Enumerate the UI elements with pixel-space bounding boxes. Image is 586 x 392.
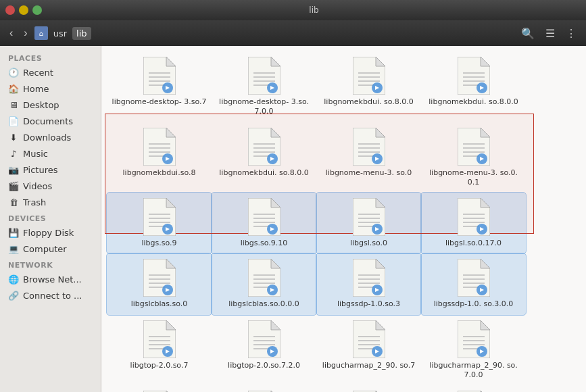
- sidebar-item-desktop[interactable]: 🖥 Desktop: [0, 97, 101, 113]
- sidebar-item-videos-label: Videos: [23, 181, 52, 191]
- file-name: libgtop-2.0.so.7.2.0: [228, 361, 300, 370]
- sidebar-item-home-label: Home: [23, 84, 49, 94]
- file-icon: [353, 320, 385, 358]
- desktop-icon: 🖥: [8, 99, 19, 110]
- file-item[interactable]: libgslcblas.so.0.0.0: [212, 253, 316, 314]
- file-item[interactable]: libguile-2.0. so.22.7.0: [212, 385, 316, 392]
- sidebar-item-desktop-label: Desktop: [23, 100, 59, 110]
- svg-marker-9: [271, 57, 280, 66]
- breadcrumb-lib[interactable]: lib: [72, 27, 91, 40]
- file-name: libgsl.so.0.17.0: [445, 239, 502, 248]
- window-controls: [5, 5, 42, 15]
- sidebar-item-music-label: Music: [23, 149, 48, 159]
- breadcrumb-home-icon[interactable]: ⌂: [34, 26, 48, 40]
- file-item[interactable]: libgnomekbdui. so.8.0.0: [212, 122, 316, 193]
- file-name: libgnome-desktop- 3.so.7.0.0: [217, 97, 312, 117]
- back-button[interactable]: ‹: [5, 24, 17, 42]
- file-item[interactable]: libgs.so.9.10: [212, 193, 316, 253]
- file-grid: libgnome-desktop- 3.so.7 libgnome-deskto…: [107, 51, 581, 392]
- file-item[interactable]: libguilereadline-v- 18.so: [316, 385, 421, 392]
- file-icon: [143, 198, 176, 236]
- maximize-button[interactable]: [32, 5, 42, 15]
- file-item[interactable]: libgslcblas.so.0: [107, 253, 212, 314]
- file-item[interactable]: libgssdp-1.0. so.3.0.0: [421, 253, 526, 314]
- sidebar: Places 🕐 Recent 🏠 Home 🖥 Desktop 📄 Docum…: [0, 46, 101, 392]
- file-item[interactable]: libgnome-menu-3. so.0.0.1: [421, 122, 526, 193]
- file-icon: [353, 259, 385, 297]
- file-item[interactable]: libguile-2.0.so.22: [107, 385, 212, 392]
- sidebar-item-pictures-label: Pictures: [23, 165, 57, 175]
- toolbar: ‹ › ⌂ usr lib 🔍 ☰ ⋮: [0, 20, 586, 46]
- file-icon: [143, 57, 176, 95]
- svg-marker-49: [376, 128, 385, 137]
- sidebar-item-recent[interactable]: 🕐 Recent: [0, 64, 101, 80]
- sidebar-item-connect-to[interactable]: 🔗 Connect to ...: [0, 287, 101, 303]
- sidebar-item-computer[interactable]: 💻 Computer: [0, 241, 101, 257]
- downloads-icon: ⬇: [8, 132, 19, 143]
- sidebar-item-home[interactable]: 🏠 Home: [0, 80, 101, 97]
- sidebar-item-documents-label: Documents: [23, 116, 73, 126]
- file-item[interactable]: libgs.so.9: [107, 193, 212, 253]
- file-item[interactable]: libgsl.so.0: [316, 193, 421, 253]
- file-item[interactable]: libgssdp-1.0.so.3: [316, 253, 421, 314]
- svg-marker-65: [166, 198, 176, 207]
- videos-icon: 🎬: [8, 180, 19, 191]
- close-button[interactable]: [5, 5, 15, 15]
- sidebar-item-downloads[interactable]: ⬇ Downloads: [0, 129, 101, 145]
- floppy-icon: 💾: [8, 227, 19, 238]
- breadcrumb-usr[interactable]: usr: [49, 27, 71, 40]
- file-icon: [248, 259, 280, 297]
- sidebar-item-pictures[interactable]: 📷 Pictures: [0, 162, 101, 178]
- svg-marker-121: [481, 259, 490, 268]
- file-item[interactable]: libgucharmap_2_90. so.7.0.0: [421, 315, 526, 386]
- svg-marker-25: [481, 57, 490, 66]
- file-icon: [458, 128, 490, 166]
- minimize-button[interactable]: [19, 5, 28, 15]
- sidebar-item-trash[interactable]: 🗑 Trash: [0, 194, 101, 210]
- file-item[interactable]: libgsl.so.0.17.0: [421, 193, 526, 253]
- menu-button[interactable]: ☰: [541, 24, 559, 43]
- sidebar-item-videos[interactable]: 🎬 Videos: [0, 178, 101, 194]
- svg-marker-137: [271, 320, 280, 330]
- svg-marker-145: [376, 320, 385, 330]
- file-name: libgsl.so.0: [350, 239, 387, 248]
- file-item[interactable]: libgtop-2.0.so.7.2.0: [212, 315, 316, 386]
- file-item[interactable]: libgnomekbdui. so.8.0.0: [421, 51, 526, 122]
- file-icon: [248, 198, 280, 236]
- documents-icon: 📄: [8, 116, 19, 126]
- file-name: libgnomekbdui. so.8.0.0: [324, 97, 413, 107]
- file-icon: [143, 320, 176, 358]
- sidebar-item-floppy[interactable]: 💾 Floppy Disk: [0, 224, 101, 241]
- file-item[interactable]: libgtop-2.0.so.7: [107, 315, 212, 386]
- devices-label: Devices: [0, 210, 101, 224]
- sidebar-item-downloads-label: Downloads: [23, 132, 71, 143]
- search-button[interactable]: 🔍: [517, 24, 539, 43]
- file-name: libgnome-menu-3. so.0.0.1: [426, 168, 521, 188]
- file-icon: [248, 57, 280, 95]
- file-item[interactable]: libguilereadline-v- 18.so.18: [421, 385, 526, 392]
- sidebar-item-browse-net-label: Browse Net...: [23, 274, 82, 285]
- file-item[interactable]: libgucharmap_2_90. so.7: [316, 315, 421, 386]
- svg-marker-81: [376, 198, 385, 207]
- file-item[interactable]: libgnome-desktop- 3.so.7: [107, 51, 212, 122]
- svg-marker-105: [271, 259, 280, 268]
- file-icon: [458, 259, 490, 297]
- sidebar-item-documents[interactable]: 📄 Documents: [0, 113, 101, 129]
- file-icon: [248, 320, 280, 358]
- file-icon: [143, 128, 176, 166]
- forward-button[interactable]: ›: [20, 24, 31, 42]
- file-name: libgslcblas.so.0.0.0: [228, 299, 299, 309]
- sidebar-item-browse-net[interactable]: 🌐 Browse Net...: [0, 271, 101, 287]
- breadcrumb: ⌂ usr lib: [34, 26, 514, 40]
- file-item[interactable]: libgnome-desktop- 3.so.7.0.0: [212, 51, 316, 122]
- options-button[interactable]: ⋮: [562, 24, 581, 43]
- svg-marker-57: [481, 128, 490, 137]
- places-label: Places: [0, 50, 101, 64]
- file-name: libgs.so.9: [141, 239, 176, 248]
- file-item[interactable]: libgnome-menu-3. so.0: [316, 122, 421, 193]
- sidebar-item-recent-label: Recent: [23, 68, 53, 78]
- sidebar-item-music[interactable]: ♪ Music: [0, 145, 101, 162]
- file-item[interactable]: libgnomekbdui.so.8: [107, 122, 212, 193]
- file-item[interactable]: libgnomekbdui. so.8.0.0: [316, 51, 421, 122]
- content-area[interactable]: libgnome-desktop- 3.so.7 libgnome-deskto…: [101, 46, 586, 392]
